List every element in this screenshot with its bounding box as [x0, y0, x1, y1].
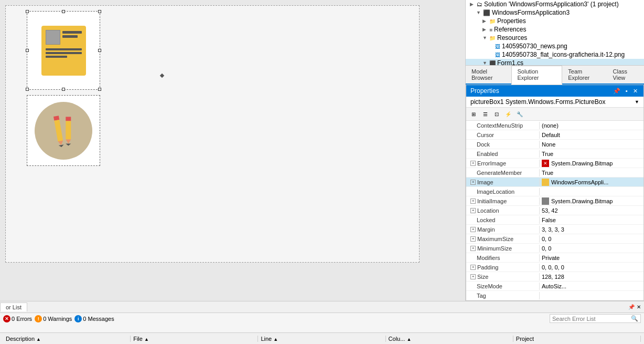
- prop-row-padding[interactable]: + Padding 0, 0, 0, 0: [466, 263, 643, 272]
- prop-row-sizemode[interactable]: SizeMode AutoSiz...: [466, 282, 643, 291]
- tab-team-explorer[interactable]: Team Explorer: [562, 66, 607, 84]
- resize-handle-bm[interactable]: [62, 88, 65, 91]
- resource-file-2[interactable]: 🖼 1405950738_flat_icons-graficheria.it-1…: [466, 50, 644, 59]
- prop-value[interactable]: WindowsFormsAppli...: [540, 178, 643, 186]
- solution-root[interactable]: ▶ 🗂 Solution 'WindowsFormsApplication3' …: [466, 0, 644, 8]
- tab-solution-explorer[interactable]: Solution Explorer: [511, 66, 562, 85]
- prop-row-enabled[interactable]: Enabled True: [466, 149, 643, 159]
- pin-icon[interactable]: 📌: [628, 304, 635, 310]
- error-list-tab[interactable]: or List: [0, 303, 27, 311]
- resource-file-1[interactable]: 🖼 1405950730_news.png: [466, 42, 644, 50]
- expand-btn[interactable]: +: [470, 265, 476, 270]
- message-count[interactable]: i 0 Messages: [74, 315, 114, 322]
- expand-arrow[interactable]: ▼: [476, 10, 481, 15]
- resize-handle-rm[interactable]: [98, 49, 101, 52]
- error-count[interactable]: ✕ 0 Errors: [3, 315, 32, 322]
- prop-row-modifiers[interactable]: Modifiers Private: [466, 253, 643, 263]
- expand-btn[interactable]: +: [470, 161, 476, 166]
- prop-value[interactable]: ✕ System.Drawing.Bitmap: [540, 159, 643, 168]
- pin-button[interactable]: 📌: [611, 88, 622, 95]
- close-button[interactable]: ✕: [631, 88, 639, 95]
- prop-value[interactable]: True: [540, 169, 643, 176]
- expand-btn[interactable]: +: [470, 180, 476, 185]
- sort-icon[interactable]: ▲: [36, 337, 41, 342]
- prop-row-errorimage[interactable]: + ErrorImage ✕ System.Drawing.Bitmap: [466, 159, 643, 168]
- prop-value[interactable]: (none): [540, 122, 643, 129]
- search-error-input[interactable]: [552, 316, 631, 322]
- expand-btn[interactable]: +: [470, 236, 476, 242]
- prop-value[interactable]: Private: [540, 254, 643, 262]
- references-node[interactable]: ▶ ■ Solution Explorer References: [466, 25, 644, 34]
- prop-row-locked[interactable]: Locked False: [466, 215, 643, 225]
- prop-value[interactable]: 3, 3, 3, 3: [540, 226, 643, 233]
- search-error-box[interactable]: 🔍: [550, 314, 641, 323]
- form-canvas[interactable]: [5, 5, 420, 263]
- properties-object-selector[interactable]: pictureBox1 System.Windows.Forms.Picture…: [466, 97, 643, 108]
- resize-handle-tl[interactable]: [26, 10, 29, 13]
- form1-cs-node[interactable]: ▼ ⬛ Form1.cs: [466, 59, 644, 66]
- prop-value[interactable]: 0, 0, 0, 0: [540, 264, 643, 271]
- prop-value[interactable]: 0, 0: [540, 235, 643, 243]
- prop-value[interactable]: False: [540, 216, 643, 224]
- pages-btn[interactable]: 🔧: [514, 109, 525, 119]
- tab-model-browser[interactable]: Model Browser: [466, 66, 511, 84]
- prop-value[interactable]: System.Drawing.Bitmap: [540, 197, 643, 205]
- picture-box-2[interactable]: [27, 95, 100, 166]
- prop-row-cursor[interactable]: Cursor Default: [466, 130, 643, 140]
- resize-handle-tm[interactable]: [62, 10, 65, 13]
- sort-icon[interactable]: ▲: [406, 337, 411, 342]
- search-icon[interactable]: 🔍: [631, 315, 638, 322]
- prop-row-dock[interactable]: Dock None: [466, 140, 643, 149]
- project-node[interactable]: ▼ ⬛ WindowsFormsApplication3: [466, 8, 644, 17]
- expand-arrow[interactable]: ▶: [482, 18, 488, 24]
- prop-row-minimumsize[interactable]: + MinimumSize 0, 0: [466, 244, 643, 253]
- prop-row-size[interactable]: + Size 128, 128: [466, 272, 643, 282]
- expand-btn[interactable]: +: [470, 246, 476, 251]
- picture-box-1[interactable]: [27, 11, 100, 90]
- properties-node[interactable]: ▶ 📁 Properties: [466, 17, 644, 25]
- prop-value[interactable]: 0, 0: [540, 245, 643, 252]
- resize-handle-lm[interactable]: [26, 49, 29, 52]
- prop-value[interactable]: 53, 42: [540, 207, 643, 214]
- prop-row-generatemember[interactable]: GenerateMember True: [466, 168, 643, 178]
- resize-handle-bl[interactable]: [26, 88, 29, 91]
- expand-arrow[interactable]: ▶: [470, 2, 475, 7]
- expand-arrow[interactable]: ▼: [482, 35, 488, 40]
- prop-value[interactable]: 128, 128: [540, 273, 643, 280]
- events-btn[interactable]: ⚡: [503, 109, 513, 119]
- expand-btn[interactable]: +: [470, 227, 476, 232]
- prop-value[interactable]: [540, 295, 643, 296]
- expand-btn[interactable]: +: [470, 199, 476, 204]
- tab-class-view[interactable]: Class View: [607, 66, 644, 84]
- expand-btn[interactable]: +: [470, 208, 476, 213]
- sort-icon[interactable]: ▲: [144, 337, 149, 342]
- solution-tree[interactable]: ▶ 🗂 Solution 'WindowsFormsApplication3' …: [466, 0, 644, 66]
- resize-handle-tr[interactable]: [98, 10, 101, 13]
- resources-node[interactable]: ▼ 📁 Resources: [466, 34, 644, 42]
- prop-value[interactable]: True: [540, 150, 643, 158]
- categorized-btn[interactable]: ⊞: [468, 109, 479, 119]
- prop-row-contextmenustrip[interactable]: ContextMenuStrip (none): [466, 121, 643, 130]
- warning-count[interactable]: ! 0 Warnings: [35, 315, 72, 322]
- close-icon[interactable]: ✕: [637, 304, 641, 310]
- expand-arrow[interactable]: ▶: [482, 27, 488, 32]
- pin-button-2[interactable]: ▪: [624, 88, 629, 95]
- prop-value[interactable]: [540, 191, 643, 192]
- expand-btn[interactable]: +: [470, 274, 476, 279]
- prop-row-image[interactable]: + Image WindowsFormsAppli...: [466, 178, 643, 187]
- prop-row-imagelocation[interactable]: ImageLocation: [466, 187, 643, 196]
- prop-value[interactable]: None: [540, 141, 643, 148]
- sort-icon[interactable]: ▲: [273, 337, 278, 342]
- properties-btn[interactable]: ⊡: [491, 109, 502, 119]
- prop-row-location[interactable]: + Location 53, 42: [466, 206, 643, 215]
- dropdown-arrow[interactable]: ▼: [635, 99, 639, 105]
- properties-grid[interactable]: ContextMenuStrip (none) Cursor Default D…: [466, 121, 643, 300]
- expand-arrow[interactable]: ▼: [482, 60, 488, 66]
- prop-row-margin[interactable]: + Margin 3, 3, 3, 3: [466, 225, 643, 234]
- resize-handle-br[interactable]: [98, 88, 101, 91]
- prop-value[interactable]: Default: [540, 131, 643, 139]
- prop-row-initialimage[interactable]: + InitialImage System.Drawing.Bitmap: [466, 196, 643, 206]
- alphabetical-btn[interactable]: ☰: [480, 109, 490, 119]
- prop-value[interactable]: AutoSiz...: [540, 283, 643, 290]
- prop-row-maximumsize[interactable]: + MaximumSize 0, 0: [466, 234, 643, 244]
